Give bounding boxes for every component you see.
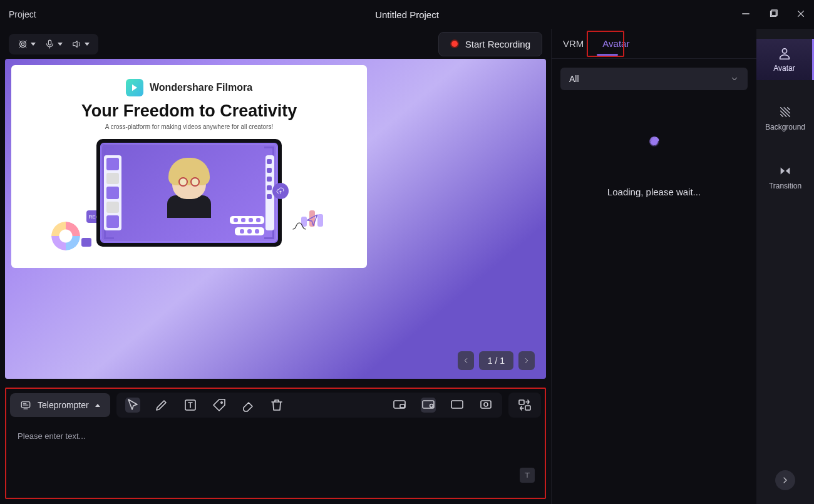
- window-minimize-button[interactable]: [739, 7, 753, 23]
- window-maximize-button[interactable]: [766, 7, 780, 23]
- chevron-down-icon: [31, 43, 36, 46]
- start-recording-button[interactable]: Start Recording: [438, 32, 542, 56]
- tab-vrm[interactable]: VRM: [558, 32, 589, 55]
- slide-subtitle: A cross-platform for making videos anywh…: [11, 123, 367, 130]
- chevron-down-icon: [85, 43, 90, 46]
- svg-rect-7: [21, 402, 30, 408]
- teleprompter-toggle[interactable]: Teleprompter: [10, 393, 110, 417]
- pen-tool-button[interactable]: [154, 398, 169, 413]
- side-rail: Avatar Background Transition: [756, 29, 814, 504]
- window-close-button[interactable]: [794, 7, 808, 23]
- slide-preview: Wondershare Filmora Your Freedom to Crea…: [11, 65, 367, 268]
- delete-tool-button[interactable]: [269, 398, 284, 413]
- pager-display: 1 / 1: [479, 351, 513, 370]
- start-recording-label: Start Recording: [465, 39, 530, 49]
- record-icon: [450, 39, 459, 48]
- teleprompter-label: Teleprompter: [38, 400, 89, 410]
- rail-item-transition[interactable]: Transition: [756, 157, 814, 198]
- svg-point-9: [221, 402, 222, 403]
- slide-pager: 1 / 1: [458, 351, 535, 370]
- layout-fullscreen-button[interactable]: [450, 398, 465, 413]
- slide-logo-text: Wondershare Filmora: [150, 82, 252, 93]
- rail-label-avatar: Avatar: [773, 64, 795, 73]
- annotation-highlight-bottom: Teleprompter: [5, 388, 546, 499]
- swap-layout-button[interactable]: [517, 398, 532, 413]
- svg-point-5: [21, 43, 24, 45]
- text-tool-button[interactable]: [183, 398, 198, 413]
- svg-point-13: [430, 404, 433, 408]
- rail-next-button[interactable]: [775, 470, 795, 490]
- tag-tool-button[interactable]: [212, 398, 227, 413]
- chevron-down-icon: [730, 75, 739, 83]
- annotation-highlight-tab: [587, 31, 624, 57]
- decorative-donut-chart-icon: [51, 222, 80, 250]
- cursor-tool-button[interactable]: [125, 398, 140, 413]
- filmora-logo-icon: [126, 79, 143, 96]
- camera-settings-button[interactable]: [18, 39, 36, 49]
- loading-text: Loading, please wait...: [607, 187, 701, 197]
- transition-icon: [778, 164, 792, 178]
- preview-canvas: Wondershare Filmora Your Freedom to Crea…: [5, 59, 546, 379]
- svg-rect-11: [400, 404, 404, 408]
- cloud-upload-icon: [272, 183, 289, 199]
- avatar-icon: [778, 46, 791, 60]
- rail-label-background: Background: [765, 123, 805, 131]
- titlebar: Project Untitled Project: [0, 0, 814, 29]
- svg-rect-14: [451, 401, 463, 408]
- asset-panel: VRM Avatar All: [552, 29, 756, 504]
- layout-screen-button[interactable]: [392, 398, 407, 413]
- project-title: Untitled Project: [375, 9, 439, 20]
- text-format-button[interactable]: [520, 468, 535, 483]
- svg-point-19: [782, 49, 786, 53]
- microphone-settings-button[interactable]: [44, 39, 63, 49]
- teleprompter-textarea[interactable]: Please enter text...: [10, 424, 541, 486]
- svg-rect-6: [48, 40, 51, 45]
- loading-spinner-icon: [637, 136, 671, 170]
- decorative-squiggle-icon: [292, 213, 311, 230]
- svg-point-16: [484, 403, 488, 406]
- background-icon: [778, 105, 792, 119]
- slide-headline: Your Freedom to Creativity: [11, 101, 367, 121]
- teleprompter-placeholder: Please enter text...: [18, 431, 85, 441]
- pager-next-button[interactable]: [518, 351, 535, 370]
- layout-camera-screen-button[interactable]: [421, 398, 436, 413]
- avatar-preview: [163, 162, 215, 213]
- rail-item-avatar[interactable]: Avatar: [756, 39, 814, 80]
- svg-rect-17: [519, 400, 524, 404]
- pager-prev-button[interactable]: [458, 351, 474, 370]
- rail-item-background[interactable]: Background: [756, 98, 814, 139]
- avatar-filter-select[interactable]: All: [560, 68, 748, 90]
- rail-label-transition: Transition: [769, 182, 801, 190]
- recorder-toolbar: Start Recording: [5, 29, 546, 59]
- slide-mock-editor: [96, 139, 282, 247]
- eraser-tool-button[interactable]: [240, 398, 255, 413]
- avatar-filter-value: All: [569, 74, 579, 84]
- decorative-square-icon: [81, 238, 91, 247]
- chevron-up-icon: [95, 404, 100, 407]
- chevron-down-icon: [58, 43, 63, 46]
- speaker-settings-button[interactable]: [71, 39, 90, 49]
- svg-rect-15: [481, 401, 491, 408]
- layout-camera-only-button[interactable]: [478, 398, 493, 413]
- svg-rect-18: [525, 406, 530, 410]
- menu-project[interactable]: Project: [9, 9, 36, 19]
